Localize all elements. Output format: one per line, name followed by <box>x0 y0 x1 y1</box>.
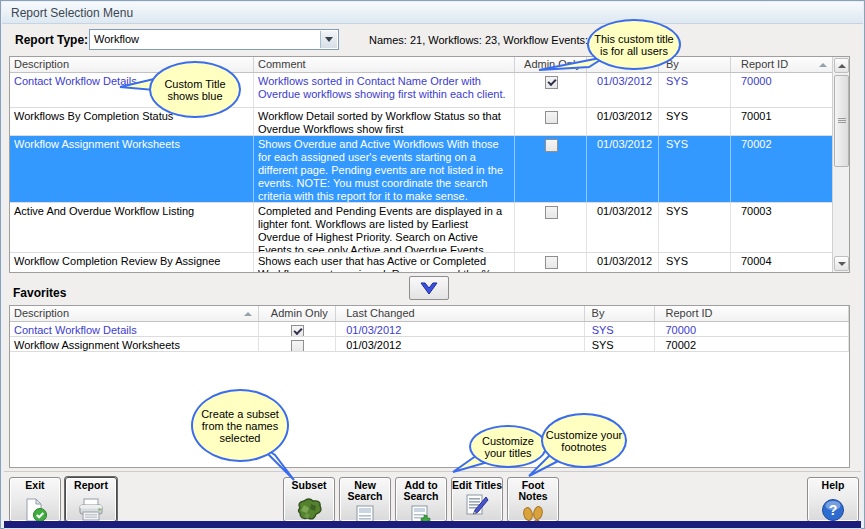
comment-cell: Workflow Detail sorted by Workflow Statu… <box>254 108 515 135</box>
scroll-down-icon[interactable] <box>834 256 849 271</box>
by-cell: SYS <box>659 108 731 135</box>
column-header-description[interactable]: Description <box>10 306 259 321</box>
last-changed-cell: 01/03/2012 <box>336 337 584 351</box>
admin-only-checkbox[interactable] <box>545 139 558 152</box>
by-cell: SYS <box>659 73 731 107</box>
comment-cell: Workflows sorted in Contact Name Order w… <box>254 73 515 107</box>
column-header-report-id[interactable]: Report ID <box>655 306 849 321</box>
admin-only-checkbox[interactable] <box>545 76 558 89</box>
last-changed-cell: 01/03/2012 <box>587 73 659 107</box>
report-id-cell: 70003 <box>731 203 834 252</box>
column-header-last-changed[interactable]: Last Changed <box>336 306 584 321</box>
admin-only-checkbox[interactable] <box>545 206 558 219</box>
by-cell: SYS <box>585 337 656 351</box>
subset-icon <box>284 497 334 523</box>
comment-cell: Completed and Pending Events are display… <box>254 203 515 252</box>
counts-status-text: Names: 21, Workflows: 23, Workflow Event… <box>369 34 609 46</box>
report-type-dropdown[interactable]: Workflow <box>89 29 339 50</box>
scrollbar-thumb[interactable] <box>834 75 849 167</box>
favorites-table: Description Admin Only Last Changed By R… <box>9 305 850 468</box>
report-button[interactable]: Report <box>65 477 117 522</box>
comment-cell: Shows each user that has Active or Compl… <box>254 253 515 273</box>
column-header-by[interactable]: By <box>585 306 656 321</box>
vertical-scrollbar[interactable] <box>832 57 849 272</box>
last-changed-cell: 01/03/2012 <box>587 203 659 252</box>
last-changed-cell: 01/03/2012 <box>587 108 659 135</box>
svg-text:?: ? <box>829 502 838 518</box>
report-id-cell: 70002 <box>731 136 834 202</box>
admin-only-checkbox[interactable] <box>545 111 558 124</box>
edit-titles-icon <box>452 492 502 518</box>
last-changed-cell: 01/03/2012 <box>587 253 659 273</box>
expand-favorites-button[interactable] <box>409 276 449 300</box>
report-id-cell: 70000 <box>731 73 834 107</box>
report-id-cell: 70002 <box>655 337 849 351</box>
favorites-row[interactable]: Workflow Assignment Worksheets 01/03/201… <box>10 337 849 352</box>
window-title: Report Selection Menu <box>11 6 133 20</box>
exit-icon <box>10 497 60 523</box>
comment-cell: Shows Overdue and Active Workflows With … <box>254 136 515 202</box>
toolbar-divider <box>4 471 861 472</box>
edit-titles-button[interactable]: Edit Titles <box>451 477 503 522</box>
by-cell: SYS <box>659 136 731 202</box>
description-cell: Workflow Assignment Worksheets <box>10 136 254 202</box>
by-cell: SYS <box>659 203 731 252</box>
description-cell: Workflow Completion Review By Assignee <box>10 253 254 273</box>
add-to-search-button[interactable]: Add to Search <box>395 477 447 522</box>
exit-button[interactable]: Exit <box>9 477 61 522</box>
scroll-up-icon[interactable] <box>834 58 849 73</box>
by-cell: SYS <box>585 322 656 336</box>
table-row-selected[interactable]: Workflow Assignment Worksheets Shows Ove… <box>10 136 849 203</box>
column-header-comment[interactable]: Comment <box>254 57 515 72</box>
report-table-header: Description Comment Admin Only By Report… <box>10 57 849 73</box>
chevron-down-icon[interactable] <box>320 31 337 48</box>
description-cell: Workflow Assignment Worksheets <box>10 337 259 351</box>
admin-only-checkbox[interactable] <box>291 340 304 351</box>
favorites-row[interactable]: Contact Workflow Details 01/03/2012 SYS … <box>10 322 849 337</box>
printer-icon <box>66 497 116 523</box>
report-id-cell: 70004 <box>731 253 834 273</box>
report-selection-window: Report Selection Menu Report Type: Workf… <box>0 0 865 529</box>
report-type-label: Report Type: <box>15 33 88 47</box>
favorites-heading: Favorites <box>13 286 66 300</box>
table-row[interactable]: Active And Overdue Workflow Listing Comp… <box>10 203 849 253</box>
table-row[interactable]: Workflow Completion Review By Assignee S… <box>10 253 849 273</box>
report-id-cell: 70000 <box>655 322 849 336</box>
description-cell: Active And Overdue Workflow Listing <box>10 203 254 252</box>
description-cell: Contact Workflow Details <box>10 322 259 336</box>
chevron-down-icon <box>419 281 439 296</box>
foot-notes-button[interactable]: Foot Notes <box>507 477 559 522</box>
column-header-report-id[interactable]: Report ID <box>731 57 834 72</box>
last-changed-cell: 01/03/2012 <box>587 136 659 202</box>
window-titlebar[interactable]: Report Selection Menu <box>2 2 863 24</box>
subset-button[interactable]: Subset <box>283 477 335 522</box>
column-header-admin-only[interactable]: Admin Only <box>259 306 336 321</box>
report-type-value: Workflow <box>94 33 139 45</box>
last-changed-cell: 01/03/2012 <box>336 322 584 336</box>
favorites-table-header: Description Admin Only Last Changed By R… <box>10 306 849 322</box>
admin-only-checkbox[interactable] <box>545 256 558 269</box>
help-button[interactable]: Help ? <box>807 477 859 522</box>
new-search-button[interactable]: New Search <box>339 477 391 522</box>
table-row[interactable]: Workflows By Completion Status Workflow … <box>10 108 849 136</box>
report-id-cell: 70001 <box>731 108 834 135</box>
window-bottom-strip <box>4 521 861 528</box>
by-cell: SYS <box>659 253 731 273</box>
admin-only-checkbox[interactable] <box>291 325 304 336</box>
help-icon: ? <box>808 497 858 523</box>
